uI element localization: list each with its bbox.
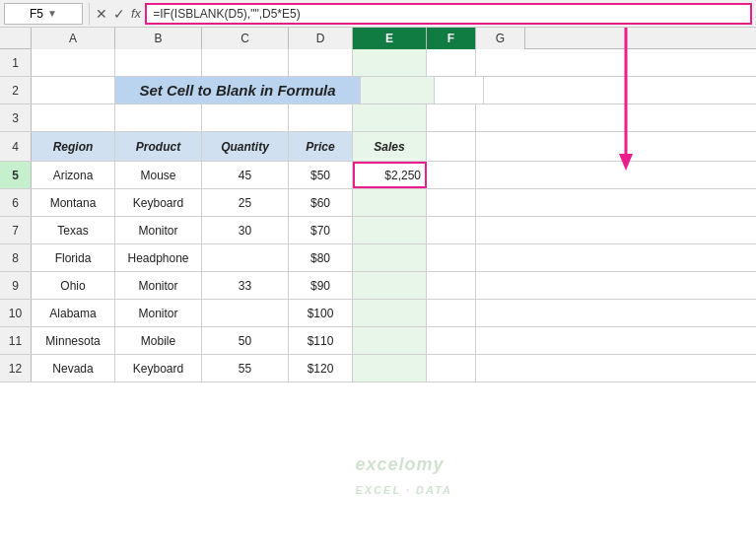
cell-sales-header[interactable]: Sales [353, 132, 427, 161]
cell-g7[interactable] [427, 217, 476, 243]
col-header-b[interactable]: A [32, 28, 115, 49]
cell-g3[interactable] [427, 104, 476, 131]
cell-quantity-10[interactable] [202, 300, 289, 326]
cell-b1[interactable] [32, 49, 115, 76]
cell-c1[interactable] [115, 49, 202, 76]
cell-sales-8[interactable] [353, 244, 427, 271]
cell-sales-7[interactable] [353, 217, 427, 243]
cell-product-5[interactable]: Mouse [115, 162, 202, 188]
region-9-value: Ohio [60, 279, 85, 293]
cell-g11[interactable] [427, 327, 476, 354]
cell-f1[interactable] [353, 49, 427, 76]
region-11-value: Minnesota [45, 334, 100, 348]
cell-sales-9[interactable] [353, 272, 427, 299]
cell-quantity-5[interactable]: 45 [202, 162, 289, 188]
cell-product-12[interactable]: Keyboard [115, 355, 202, 381]
cell-region-11[interactable]: Minnesota [32, 327, 115, 354]
cell-quantity-12[interactable]: 55 [202, 355, 289, 381]
cell-region-8[interactable]: Florida [32, 244, 115, 271]
cell-g2[interactable] [435, 77, 484, 104]
column-headers: A B C D E F G [0, 28, 756, 49]
cell-f3[interactable] [353, 104, 427, 131]
cell-product-10[interactable]: Monitor [115, 300, 202, 326]
cell-quantity-7[interactable]: 30 [202, 217, 289, 243]
title-cell: Set Cell to Blank in Formula [115, 77, 361, 104]
cell-region-5[interactable]: Arizona [32, 162, 115, 188]
cell-product-11[interactable]: Mobile [115, 327, 202, 354]
cell-product-8[interactable]: Headphone [115, 244, 202, 271]
cell-sales-11[interactable] [353, 327, 427, 354]
row-num-1: 1 [0, 49, 32, 76]
col-header-h[interactable]: G [476, 28, 525, 49]
cell-g12[interactable] [427, 355, 476, 381]
col-header-d[interactable]: C [202, 28, 289, 49]
cell-sales-12[interactable] [353, 355, 427, 381]
cell-quantity-header[interactable]: Quantity [202, 132, 289, 161]
row-num-3: 3 [0, 104, 32, 131]
cell-f2[interactable] [361, 77, 435, 104]
cell-price-8[interactable]: $80 [289, 244, 353, 271]
table-row: 11 Minnesota Mobile 50 $110 [0, 327, 756, 355]
cell-price-5[interactable]: $50 [289, 162, 353, 188]
cell-price-10[interactable]: $100 [289, 300, 353, 326]
cell-region-6[interactable]: Montana [32, 189, 115, 216]
cell-product-6[interactable]: Keyboard [115, 189, 202, 216]
cell-e1[interactable] [289, 49, 353, 76]
col-header-g[interactable]: F [427, 28, 476, 49]
region-header-label: Region [53, 140, 94, 154]
col-header-e[interactable]: D [289, 28, 353, 49]
cell-product-header[interactable]: Product [115, 132, 202, 161]
cell-quantity-9[interactable]: 33 [202, 272, 289, 299]
table-row: 2 Set Cell to Blank in Formula [0, 77, 756, 104]
cancel-icon[interactable]: ✕ [96, 6, 107, 22]
cell-price-6[interactable]: $60 [289, 189, 353, 216]
cell-d1[interactable] [202, 49, 289, 76]
cell-region-10[interactable]: Alabama [32, 300, 115, 326]
cell-quantity-6[interactable]: 25 [202, 189, 289, 216]
cell-g8[interactable] [427, 244, 476, 271]
sales-5-value: $2,250 [384, 169, 421, 182]
table-row: 3 [0, 104, 756, 132]
cell-g1[interactable] [427, 49, 476, 76]
cell-quantity-8[interactable] [202, 244, 289, 271]
cell-region-header[interactable]: Region [32, 132, 115, 161]
cell-price-11[interactable]: $110 [289, 327, 353, 354]
cell-b3[interactable] [32, 104, 115, 131]
cell-price-12[interactable]: $120 [289, 355, 353, 381]
cell-region-12[interactable]: Nevada [32, 355, 115, 381]
cell-e3[interactable] [289, 104, 353, 131]
cell-g4[interactable] [427, 132, 476, 161]
cell-sales-5[interactable]: $2,250 [353, 162, 427, 188]
region-7-value: Texas [57, 224, 88, 238]
row-num-2: 2 [0, 77, 32, 104]
cell-sales-6[interactable] [353, 189, 427, 216]
cell-region-7[interactable]: Texas [32, 217, 115, 243]
cell-g5[interactable] [427, 162, 476, 188]
cell-price-header[interactable]: Price [289, 132, 353, 161]
function-icon[interactable]: fx [131, 6, 141, 21]
col-header-f[interactable]: E [353, 28, 427, 49]
cell-quantity-11[interactable]: 50 [202, 327, 289, 354]
cell-product-7[interactable]: Monitor [115, 217, 202, 243]
region-12-value: Nevada [52, 362, 93, 376]
region-5-value: Arizona [53, 169, 94, 182]
cell-g9[interactable] [427, 272, 476, 299]
cell-region-9[interactable]: Ohio [32, 272, 115, 299]
formula-bar-divider [89, 3, 90, 25]
cell-price-9[interactable]: $90 [289, 272, 353, 299]
formula-icons: ✕ ✓ fx [96, 6, 141, 22]
quantity-12-value: 55 [239, 362, 251, 376]
cell-d3[interactable] [202, 104, 289, 131]
row-num-12: 12 [0, 355, 32, 381]
formula-input[interactable]: =IF(ISBLANK(D5),"",D5*E5) [145, 3, 752, 25]
cell-product-9[interactable]: Monitor [115, 272, 202, 299]
cell-sales-10[interactable] [353, 300, 427, 326]
cell-c3[interactable] [115, 104, 202, 131]
cell-g10[interactable] [427, 300, 476, 326]
cell-b2[interactable] [32, 77, 115, 104]
cell-name-box[interactable]: F5 ▼ [4, 3, 83, 25]
confirm-icon[interactable]: ✓ [113, 6, 125, 22]
col-header-c[interactable]: B [115, 28, 202, 49]
cell-g6[interactable] [427, 189, 476, 216]
cell-price-7[interactable]: $70 [289, 217, 353, 243]
